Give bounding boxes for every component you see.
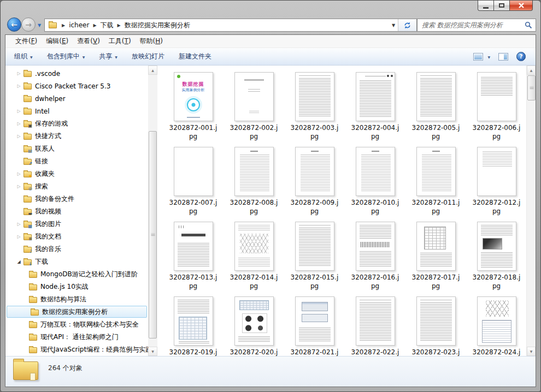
file-item[interactable]: 3202872-005.jpg xyxy=(405,68,466,142)
file-item[interactable]: 3202872-015.jpg xyxy=(284,217,345,292)
menu-item[interactable]: 工具(T) xyxy=(104,37,136,46)
tree-item[interactable]: 数据挖掘实用案例分析 xyxy=(7,306,147,318)
main-scrollbar[interactable]: ▲ ▼ xyxy=(526,66,536,356)
file-item[interactable]: 3202872-003.jpg xyxy=(284,68,345,142)
tree-item[interactable]: ↗链接 xyxy=(5,155,148,168)
file-item[interactable]: 3202872-021.jpg xyxy=(284,292,345,356)
back-button[interactable]: ← xyxy=(7,17,21,32)
expander-icon[interactable]: ▷ xyxy=(15,121,22,126)
recent-pages-dropdown[interactable]: ▼ xyxy=(38,23,41,28)
expander-icon[interactable]: ▷ xyxy=(15,222,22,227)
expander-icon[interactable]: ▷ xyxy=(15,234,22,239)
file-item[interactable]: 3202872-004.jpg xyxy=(345,68,405,142)
file-item[interactable]: 3202872-023.jpg xyxy=(405,292,466,356)
search-icon[interactable] xyxy=(525,21,536,29)
icon-overlay: ♪ xyxy=(30,250,32,254)
tree-item[interactable]: 万物互联：物联网核心技术与安全 xyxy=(5,318,148,331)
tree-item[interactable]: ▷▣保存的游戏 xyxy=(5,117,148,130)
file-item[interactable]: 3202872-009.jpg xyxy=(284,142,345,217)
forward-button[interactable]: → xyxy=(21,17,36,32)
file-item[interactable]: 3202872-019.jpg xyxy=(163,292,224,356)
breadcrumb-segment[interactable]: 数据挖掘实用案例分析 xyxy=(125,21,190,30)
file-item[interactable]: 3202872-013.jpg xyxy=(163,217,224,292)
file-item[interactable]: 3202872-024.jpg xyxy=(466,292,527,356)
file-thumbnail xyxy=(356,296,395,346)
file-item[interactable]: 数据挖掘实用案例分析3202872-001.jpg xyxy=(163,68,224,142)
toolbar-item[interactable]: 包含到库中▼ xyxy=(47,52,85,61)
tree-item[interactable]: ▷≡我的文档 xyxy=(5,230,148,243)
close-button[interactable] xyxy=(509,1,533,11)
file-item[interactable]: 3202872-014.jpg xyxy=(224,217,284,292)
file-item[interactable]: 3202872-022.jpg xyxy=(345,292,405,356)
toolbar-item[interactable]: 放映幻灯片 xyxy=(132,52,164,61)
scroll-up-icon[interactable]: ▲ xyxy=(527,66,536,75)
tree-item[interactable]: ▷▦我的图片 xyxy=(5,218,148,230)
file-item[interactable]: 3202872-008.jpg xyxy=(224,142,284,217)
main-scroll-thumb[interactable] xyxy=(527,75,536,100)
tree-item[interactable]: ▬我的视频 xyxy=(5,205,148,218)
tree-item[interactable]: ▷★收藏夹 xyxy=(5,168,148,180)
sidebar-scroll-thumb[interactable] xyxy=(149,131,157,338)
scroll-down-icon[interactable]: ▼ xyxy=(527,347,536,356)
file-item[interactable]: 3202872-006.jpg xyxy=(466,68,527,142)
tree-item[interactable]: dwhelper xyxy=(5,92,148,105)
menu-item[interactable]: 帮助(H) xyxy=(136,37,167,46)
search-input[interactable] xyxy=(417,21,525,29)
file-name: 3202872-016.jpg xyxy=(351,273,399,290)
tree-item[interactable]: 数据结构与算法 xyxy=(5,293,148,306)
toolbar-item[interactable]: 组织▼ xyxy=(14,52,33,61)
breadcrumb-segment[interactable]: 下载 xyxy=(101,21,114,30)
sidebar-scrollbar[interactable]: ▲ ▼ xyxy=(148,66,157,356)
file-item[interactable]: 3202872-002.jpg xyxy=(224,68,284,142)
file-item[interactable]: 3202872-012.jpg xyxy=(466,142,527,217)
tree-item[interactable]: 我的备份文件 xyxy=(5,193,148,205)
file-item[interactable]: 3202872-010.jpg xyxy=(345,142,405,217)
refresh-button[interactable] xyxy=(398,19,416,31)
preview-pane-button[interactable] xyxy=(498,53,508,61)
breadcrumb-segment[interactable]: icheer xyxy=(69,21,89,29)
file-item[interactable]: 3202872-007.jpg xyxy=(163,142,224,217)
file-item[interactable]: 3202872-020.jpg xyxy=(224,292,284,356)
minimize-button[interactable] xyxy=(478,1,494,11)
title-bar[interactable] xyxy=(1,1,540,16)
tree-item[interactable]: ▷快捷方式 xyxy=(5,130,148,142)
expander-icon[interactable]: ▷ xyxy=(15,109,22,114)
icon-overlay: ★ xyxy=(28,174,32,179)
menu-item[interactable]: 文件(F) xyxy=(11,37,42,46)
help-button[interactable]: ? xyxy=(516,52,526,61)
menu-item[interactable]: 查看(V) xyxy=(73,37,104,46)
file-item[interactable]: 3202872-018.jpg xyxy=(466,217,527,292)
thumbnail-detail xyxy=(481,77,513,97)
file-item[interactable]: 3202872-017.jpg xyxy=(405,217,466,292)
tree-item[interactable]: ▷.vscode xyxy=(5,67,148,80)
file-item[interactable]: 3202872-016.jpg xyxy=(345,217,405,292)
file-item[interactable]: 3202872-011.jpg xyxy=(405,142,466,217)
tree-item-label: Cisco Packet Tracer 5.3 xyxy=(35,82,110,90)
address-bar[interactable]: ▶icheer▶下载▶数据挖掘实用案例分析 ▼ xyxy=(44,19,417,32)
tree-item[interactable]: ▷Cisco Packet Tracer 5.3 xyxy=(5,80,148,92)
scroll-up-icon[interactable]: ▲ xyxy=(148,66,157,75)
expander-icon[interactable]: ▷ xyxy=(15,134,22,139)
toolbar-item[interactable]: 共享▼ xyxy=(99,52,117,61)
expander-icon[interactable]: ▷ xyxy=(15,71,22,76)
tree-item[interactable]: ◢↓下载 xyxy=(5,256,148,268)
tree-item-label: Node.js 10实战 xyxy=(40,282,89,292)
maximize-button[interactable] xyxy=(493,1,510,11)
tree-item[interactable]: ▷Intel xyxy=(5,105,148,117)
expander-icon[interactable]: ▷ xyxy=(15,84,22,88)
tree-item[interactable]: 现代JavaScript编程：经典范例与实践 xyxy=(5,343,148,356)
toolbar-item[interactable]: 新建文件夹 xyxy=(179,52,211,61)
expander-icon[interactable]: ▷ xyxy=(15,184,22,189)
tree-item[interactable]: ♪我的音乐 xyxy=(5,243,148,256)
tree-item[interactable]: 现代API： 通往架构师之门 xyxy=(5,331,148,343)
tree-item[interactable]: MongoDB游记之轻松入门到进阶 xyxy=(5,268,148,281)
scroll-down-icon[interactable]: ▼ xyxy=(148,347,157,356)
expander-icon[interactable]: ◢ xyxy=(15,259,22,264)
expander-icon[interactable]: ▷ xyxy=(15,171,22,176)
menu-item[interactable]: 编辑(E) xyxy=(42,37,73,46)
change-view-button[interactable]: ▼ xyxy=(473,53,490,61)
tree-item[interactable]: ▷◎搜索 xyxy=(5,180,148,193)
tree-item[interactable]: ▤联系人 xyxy=(5,142,148,155)
address-dropdown-button[interactable]: ▼ xyxy=(389,19,398,31)
tree-item[interactable]: Node.js 10实战 xyxy=(5,281,148,293)
